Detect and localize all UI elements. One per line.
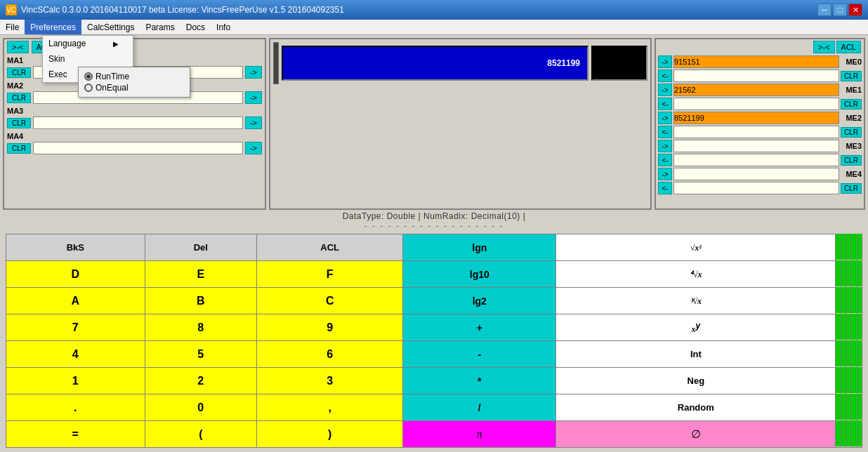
green-btn-7-6[interactable] (841, 420, 846, 446)
me3-arrow-in[interactable]: -> (658, 140, 672, 152)
ma3-arrow-button[interactable]: -> (245, 117, 262, 129)
ma2-clr-button[interactable]: CLR (7, 93, 31, 103)
ma3-input[interactable] (33, 117, 243, 129)
green-btn-4-5[interactable] (836, 340, 841, 366)
menu-calcsettings[interactable]: CalcSettings (81, 20, 140, 34)
0-button[interactable]: 0 (145, 394, 257, 420)
minimize-button[interactable]: ─ (817, 4, 831, 16)
pi-button[interactable]: π (403, 421, 555, 447)
4throot-button[interactable]: ⁴√x (556, 261, 835, 287)
me2-arrow-in[interactable]: -> (658, 112, 672, 124)
lg2-button[interactable]: lg2 (403, 288, 555, 314)
bks-button[interactable]: BkS (6, 234, 145, 260)
me0-arrow-out[interactable]: <- (658, 69, 672, 82)
multiply-button[interactable]: * (403, 368, 555, 394)
me4-arrow-in[interactable]: -> (658, 168, 672, 180)
comma-button[interactable]: , (257, 394, 402, 420)
me4-clr-button[interactable]: CLR (841, 183, 862, 194)
green-btn-1-7[interactable] (846, 260, 851, 286)
runtime-option[interactable]: RunTime (84, 72, 184, 81)
random-button[interactable]: Random (556, 394, 835, 420)
ma4-arrow-button[interactable]: -> (245, 142, 262, 154)
me0-input[interactable] (673, 55, 839, 68)
me1-out-input[interactable] (673, 98, 839, 110)
menu-docs[interactable]: Docs (180, 20, 211, 34)
plus-button[interactable]: + (403, 314, 555, 340)
me2-out-input[interactable] (673, 126, 839, 138)
green-btn-7-8[interactable] (852, 420, 857, 446)
del-button[interactable]: Del (145, 234, 257, 260)
green-btn-7-7[interactable] (846, 420, 851, 446)
a-button[interactable]: A (6, 288, 145, 314)
5-button[interactable]: 5 (145, 341, 257, 367)
green-btn-1-6[interactable] (841, 260, 846, 286)
green-btn-5-5[interactable] (836, 367, 841, 393)
7-button[interactable]: 7 (6, 314, 145, 340)
me2-input[interactable] (673, 112, 839, 124)
green-btn-1-8[interactable] (852, 260, 857, 286)
green-btn-5-6[interactable] (841, 367, 846, 393)
menu-file[interactable]: File (0, 20, 25, 34)
menu-params[interactable]: Params (140, 20, 180, 34)
sqrt-button[interactable]: √x² (556, 234, 835, 260)
ma2-arrow-button[interactable]: -> (245, 91, 262, 104)
1-button[interactable]: 1 (6, 368, 145, 394)
left-compress-button[interactable]: >-< (7, 41, 29, 53)
green-btn-1-9[interactable] (857, 260, 862, 286)
green-btn-0-6[interactable] (841, 234, 846, 260)
ma1-arrow-button[interactable]: -> (245, 66, 262, 79)
me1-arrow-out[interactable]: <- (658, 98, 672, 110)
lgn-button[interactable]: lgn (403, 234, 555, 260)
me1-input[interactable] (673, 84, 839, 96)
green-btn-2-8[interactable] (852, 287, 857, 313)
yroot-button[interactable]: ʸ√x (556, 288, 835, 314)
green-btn-2-6[interactable] (841, 287, 846, 313)
onequal-option[interactable]: OnEqual (84, 83, 184, 93)
me3-out-input[interactable] (673, 154, 839, 166)
ma4-input[interactable] (33, 142, 243, 154)
maximize-button[interactable]: □ (833, 4, 847, 16)
ma1-clr-button[interactable]: CLR (7, 67, 31, 78)
green-btn-7-9[interactable] (857, 420, 862, 446)
green-btn-6-6[interactable] (841, 394, 846, 420)
green-btn-5-9[interactable] (857, 367, 862, 393)
me0-out-input[interactable] (673, 69, 839, 82)
me3-input[interactable] (673, 140, 839, 152)
me3-clr-button[interactable]: CLR (841, 155, 862, 166)
me2-arrow-out[interactable]: <- (658, 126, 672, 138)
e-button[interactable]: E (145, 261, 257, 287)
8-button[interactable]: 8 (145, 314, 257, 340)
acl-button[interactable]: ACL (257, 234, 402, 260)
me4-arrow-out[interactable]: <- (658, 182, 672, 194)
2-button[interactable]: 2 (145, 368, 257, 394)
green-btn-2-9[interactable] (857, 287, 862, 313)
green-btn-6-5[interactable] (836, 394, 841, 420)
close-button[interactable]: ✕ (848, 4, 862, 16)
9-button[interactable]: 9 (257, 314, 402, 340)
lg10-button[interactable]: lg10 (403, 261, 555, 287)
menu-info[interactable]: Info (211, 20, 236, 34)
green-btn-2-7[interactable] (846, 287, 851, 313)
green-btn-6-9[interactable] (857, 394, 862, 420)
green-btn-5-8[interactable] (852, 367, 857, 393)
c-button[interactable]: C (257, 288, 402, 314)
3-button[interactable]: 3 (257, 368, 402, 394)
slash-button[interactable]: ∅ (556, 421, 835, 447)
green-btn-4-6[interactable] (841, 340, 846, 366)
xpow-button[interactable]: xy (556, 314, 835, 340)
f-button[interactable]: F (257, 261, 402, 287)
ma3-clr-button[interactable]: CLR (7, 118, 31, 128)
dropdown-language[interactable]: Language ▶ (43, 36, 133, 51)
onequal-radio[interactable] (84, 84, 93, 92)
green-btn-1-5[interactable] (836, 260, 841, 286)
rparen-button[interactable]: ) (257, 421, 402, 447)
me1-clr-button[interactable]: CLR (841, 99, 862, 109)
me4-out-input[interactable] (673, 182, 839, 194)
dropdown-exec[interactable]: Exec RunTime OnEqual (43, 67, 133, 82)
int-button[interactable]: Int (556, 341, 835, 367)
equals-button[interactable]: = (6, 421, 145, 447)
dot-button[interactable]: . (6, 394, 145, 420)
neg-button[interactable]: Neg (556, 368, 835, 394)
4-button[interactable]: 4 (6, 341, 145, 367)
green-btn-2-5[interactable] (836, 287, 841, 313)
